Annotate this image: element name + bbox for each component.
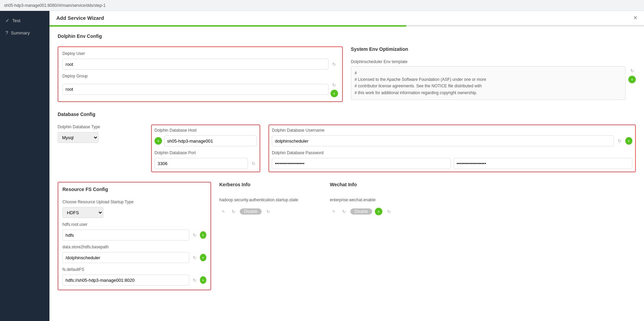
- kerberos-section: Kerberos Info hadoop.security.authentica…: [219, 182, 322, 215]
- check-icon: ✓: [5, 18, 10, 23]
- wechat-field-label: enterprise.wechat.enable: [330, 198, 636, 202]
- db-password-input2[interactable]: [454, 158, 633, 169]
- resource-fs-section: Resource FS Config Choose Resource Uploa…: [58, 182, 211, 290]
- sidebar-item-test[interactable]: ✓ Test: [0, 14, 49, 27]
- resource-fs-title: Resource FS Config: [62, 187, 206, 194]
- system-env-section: System Env Optimization Dolphinscheduler…: [351, 46, 636, 102]
- wizard-title: Add Service Wizard: [56, 15, 104, 21]
- deploy-group-actions: ↻ +: [331, 81, 338, 97]
- db-type-label: Dolphin Database Type: [58, 125, 143, 129]
- db-username-add-btn[interactable]: +: [625, 137, 632, 145]
- browser-url: sh05-hdp3-manage001:8080//#/main/service…: [4, 3, 106, 8]
- wechat-toggle[interactable]: Disable: [350, 208, 372, 215]
- wizard-close-button[interactable]: ×: [633, 14, 637, 21]
- wechat-add-btn[interactable]: +: [375, 208, 382, 215]
- hdfs-root-user-input[interactable]: [62, 230, 189, 240]
- db-username-label: Dolphin Database Username: [272, 128, 632, 133]
- wechat-edit-btn[interactable]: ✎: [330, 208, 337, 215]
- db-type-group: Dolphin Database Type Mysql PostgreSQL: [58, 125, 143, 143]
- db-password-input1[interactable]: [272, 158, 451, 169]
- kerberos-refresh-btn[interactable]: ↻: [230, 208, 237, 215]
- content-area: Dolphin Env Config Deploy User ↻: [49, 27, 644, 307]
- hdfs-root-add-btn[interactable]: +: [200, 231, 206, 239]
- env-template-add-btn[interactable]: +: [628, 76, 636, 83]
- env-template-content: # # Licensed to the Apache Software Foun…: [351, 66, 626, 100]
- wechat-refresh-btn[interactable]: ↻: [340, 208, 348, 215]
- dolphin-env-section: Dolphin Env Config Deploy User ↻: [58, 33, 636, 102]
- deploy-user-actions: ↻: [331, 60, 338, 68]
- deploy-group-refresh-btn[interactable]: ↻: [331, 81, 338, 89]
- db-host-label: Dolphin Database Host: [155, 128, 257, 133]
- data-store-label: data.store2hdfs.basepath: [62, 245, 206, 249]
- database-config-title: Database Config: [58, 112, 636, 119]
- hdfs-root-user-label: hdfs.root.user: [62, 222, 206, 227]
- default-fs-add-btn[interactable]: +: [200, 276, 206, 284]
- deploy-user-group: Deploy User ↻ Deploy Group: [58, 46, 343, 102]
- sidebar-item-summary[interactable]: ? Summary: [0, 27, 49, 39]
- deploy-group-input[interactable]: [62, 84, 328, 95]
- db-credentials-group: Dolphin Database Username ↻ + Dolphin Da…: [268, 125, 636, 172]
- deploy-group-label: Deploy Group: [62, 74, 338, 78]
- kerberos-title: Kerberos Info: [219, 182, 322, 189]
- startup-type-label: Choose Resource Upload Startup Type: [62, 200, 206, 204]
- db-host-add-btn[interactable]: +: [155, 137, 162, 145]
- db-type-select[interactable]: Mysql PostgreSQL: [58, 132, 99, 143]
- deploy-user-input[interactable]: [62, 59, 328, 70]
- question-icon: ?: [5, 30, 8, 35]
- hdfs-root-refresh-btn[interactable]: ↻: [191, 231, 198, 239]
- default-fs-refresh-btn[interactable]: ↻: [191, 276, 198, 284]
- deploy-user-label: Deploy User: [62, 51, 338, 56]
- env-template-label: Dolphinscheduler Env template: [351, 59, 636, 64]
- wechat-section: Wechat Info enterprise.wechat.enable ✎ ↻…: [330, 182, 636, 215]
- db-port-label: Dolphin Database Port: [155, 150, 257, 155]
- db-username-input[interactable]: [272, 135, 614, 146]
- system-env-title: System Env Optimization: [351, 46, 636, 54]
- kerberos-toggle[interactable]: Disable: [240, 208, 262, 215]
- deploy-user-refresh-btn[interactable]: ↻: [331, 60, 338, 68]
- deploy-group-add-btn[interactable]: +: [331, 90, 338, 97]
- db-username-refresh-btn[interactable]: ↻: [616, 137, 623, 145]
- wizard-header: Add Service Wizard ×: [49, 11, 644, 25]
- wechat-title: Wechat Info: [330, 182, 636, 189]
- kerberos-field-label: hadoop.security.authentication.startup.s…: [219, 198, 322, 202]
- env-template-refresh-btn[interactable]: ↻: [628, 67, 636, 74]
- database-config-section: Database Config Dolphin Database Type My…: [58, 112, 636, 172]
- sidebar-item-label: Summary: [11, 30, 30, 35]
- browser-bar: sh05-hdp3-manage001:8080//#/main/service…: [0, 0, 644, 11]
- kerberos-refresh2-btn[interactable]: ↻: [264, 208, 272, 215]
- sidebar-item-label: Test: [12, 18, 20, 23]
- db-port-refresh-btn[interactable]: ↻: [250, 160, 257, 167]
- db-host-input[interactable]: [164, 135, 257, 146]
- data-store-refresh-btn[interactable]: ↻: [191, 254, 198, 261]
- db-host-group: Dolphin Database Host + Dolphin Database…: [151, 125, 260, 172]
- kerberos-edit-btn[interactable]: ✎: [219, 208, 227, 215]
- data-store-input[interactable]: [62, 252, 189, 263]
- db-port-input[interactable]: [155, 158, 248, 169]
- main-content: Add Service Wizard × Dolphin Env Config …: [49, 11, 644, 321]
- default-fs-input[interactable]: [62, 275, 189, 286]
- wechat-refresh2-btn[interactable]: ↻: [385, 208, 393, 215]
- db-password-label: Dolphin Database Password: [272, 150, 632, 155]
- startup-type-select[interactable]: HDFS S3 None: [62, 207, 103, 218]
- sidebar: ✓ Test ? Summary: [0, 11, 49, 321]
- dolphin-env-title: Dolphin Env Config: [58, 33, 636, 41]
- bottom-section: Resource FS Config Choose Resource Uploa…: [58, 182, 636, 290]
- default-fs-label: fs.defaultFS: [62, 267, 206, 272]
- data-store-add-btn[interactable]: +: [200, 254, 206, 261]
